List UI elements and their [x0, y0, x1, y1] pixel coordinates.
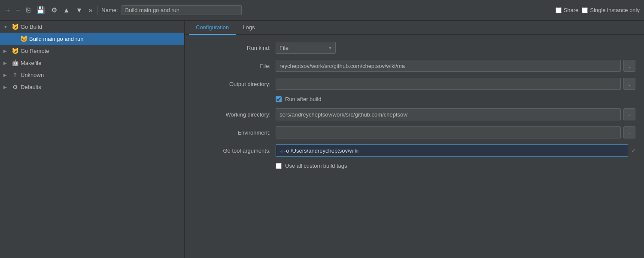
- defaults-arrow: ▶: [3, 85, 9, 89]
- share-checkbox-label[interactable]: Share: [556, 7, 579, 13]
- run-kind-row: Run kind: File Package Directory ▼: [193, 42, 635, 54]
- form-area: Run kind: File Package Directory ▼ File:: [185, 35, 644, 258]
- file-row: File: ...: [193, 60, 635, 72]
- makefile-label: Makefile: [21, 60, 181, 66]
- go-tool-args-control: ⤢: [276, 144, 635, 157]
- unknown-arrow: ▶: [3, 73, 9, 77]
- environment-control: ...: [276, 126, 635, 138]
- share-section: Share Single instance only: [556, 7, 640, 13]
- sidebar: ▼ 🐱 Go Build 🐱 Build main.go and run ▶ 🐱…: [0, 21, 185, 258]
- sidebar-item-defaults[interactable]: ▶ ⚙ Defaults: [0, 81, 184, 93]
- unknown-icon: ?: [11, 71, 19, 79]
- share-label: Share: [564, 7, 579, 13]
- run-kind-select[interactable]: File Package Directory: [276, 42, 336, 54]
- working-dir-input[interactable]: [276, 108, 621, 120]
- sidebar-item-build-main[interactable]: 🐱 Build main.go and run: [0, 33, 184, 45]
- file-browse-button[interactable]: ...: [623, 60, 635, 72]
- environment-row: Environment: ...: [193, 126, 635, 138]
- sidebar-item-go-remote[interactable]: ▶ 🐱 Go Remote: [0, 45, 184, 57]
- go-build-icon: 🐱: [11, 23, 19, 31]
- go-build-arrow: ▼: [3, 25, 9, 29]
- toolbar: + − ⎘ 💾 ⚙ ▲ ▼ » Name: Share Single insta…: [0, 0, 644, 21]
- go-tool-args-expand-icon[interactable]: ⤢: [632, 148, 635, 154]
- run-after-build-row: Run after build: [193, 96, 635, 102]
- main-content: ▼ 🐱 Go Build 🐱 Build main.go and run ▶ 🐱…: [0, 21, 644, 258]
- defaults-label: Defaults: [21, 84, 181, 90]
- run-after-build-label: Run after build: [285, 96, 322, 102]
- run-kind-control: File Package Directory ▼: [276, 42, 635, 54]
- go-tool-args-label: Go tool arguments:: [193, 147, 270, 154]
- file-input[interactable]: [276, 60, 621, 72]
- working-dir-label: Working directory:: [193, 111, 270, 118]
- custom-build-tags-label: Use all custom build tags: [285, 163, 347, 169]
- run-kind-label: Run kind:: [193, 45, 270, 51]
- go-build-label: Go Build: [21, 24, 181, 30]
- sidebar-item-go-build[interactable]: ▼ 🐱 Go Build: [0, 21, 184, 33]
- makefile-icon: 🤖: [11, 59, 19, 67]
- environment-input[interactable]: [276, 126, 621, 138]
- output-dir-row: Output directory: ...: [193, 78, 635, 90]
- environment-browse-button[interactable]: ...: [623, 126, 635, 138]
- go-remote-label: Go Remote: [21, 48, 181, 54]
- copy-button[interactable]: ⎘: [24, 6, 32, 15]
- working-dir-row: Working directory: ...: [193, 108, 635, 120]
- go-remote-icon: 🐱: [11, 47, 19, 55]
- go-remote-arrow: ▶: [3, 49, 9, 53]
- output-dir-input[interactable]: [276, 78, 621, 90]
- share-checkbox[interactable]: [556, 7, 562, 13]
- name-label: Name:: [101, 7, 118, 13]
- add-button[interactable]: +: [4, 6, 12, 15]
- output-dir-control: ...: [276, 78, 635, 90]
- defaults-icon: ⚙: [11, 83, 19, 91]
- working-dir-browse-button[interactable]: ...: [623, 108, 635, 120]
- go-tool-args-row: Go tool arguments: ⤢: [193, 144, 635, 157]
- toolbar-separator: [97, 6, 98, 15]
- right-panel: Configuration Logs Run kind: File Packag…: [185, 21, 644, 258]
- tab-configuration[interactable]: Configuration: [189, 21, 236, 35]
- output-dir-label: Output directory:: [193, 81, 270, 87]
- tabs: Configuration Logs: [185, 21, 644, 35]
- file-control: ...: [276, 60, 635, 72]
- remove-button[interactable]: −: [14, 6, 21, 15]
- name-input[interactable]: [122, 5, 242, 15]
- run-kind-select-wrapper: File Package Directory ▼: [276, 42, 336, 54]
- working-dir-control: ...: [276, 108, 635, 120]
- custom-build-tags-row: Use all custom build tags: [193, 163, 635, 169]
- makefile-arrow: ▶: [3, 61, 9, 65]
- custom-build-tags-checkbox[interactable]: [276, 163, 282, 169]
- sidebar-item-makefile[interactable]: ▶ 🤖 Makefile: [0, 57, 184, 69]
- single-instance-checkbox-label[interactable]: Single instance only: [582, 7, 640, 13]
- more-button[interactable]: »: [87, 6, 94, 15]
- build-main-label: Build main.go and run: [29, 36, 181, 42]
- file-label: File:: [193, 63, 270, 69]
- environment-label: Environment:: [193, 129, 270, 136]
- single-instance-label: Single instance only: [590, 7, 640, 13]
- name-section: Name:: [101, 5, 553, 15]
- move-up-button[interactable]: ▲: [61, 6, 72, 15]
- single-instance-checkbox[interactable]: [582, 7, 588, 13]
- save-button[interactable]: 💾: [35, 5, 47, 15]
- go-tool-args-input[interactable]: [276, 144, 628, 157]
- settings-button[interactable]: ⚙: [49, 5, 59, 15]
- output-dir-browse-button[interactable]: ...: [623, 78, 635, 90]
- move-down-button[interactable]: ▼: [74, 6, 85, 15]
- build-main-icon: 🐱: [20, 35, 27, 43]
- sidebar-item-unknown[interactable]: ▶ ? Unknown: [0, 69, 184, 81]
- unknown-label: Unknown: [21, 72, 181, 78]
- run-after-build-checkbox[interactable]: [276, 96, 282, 102]
- tab-logs[interactable]: Logs: [236, 21, 261, 35]
